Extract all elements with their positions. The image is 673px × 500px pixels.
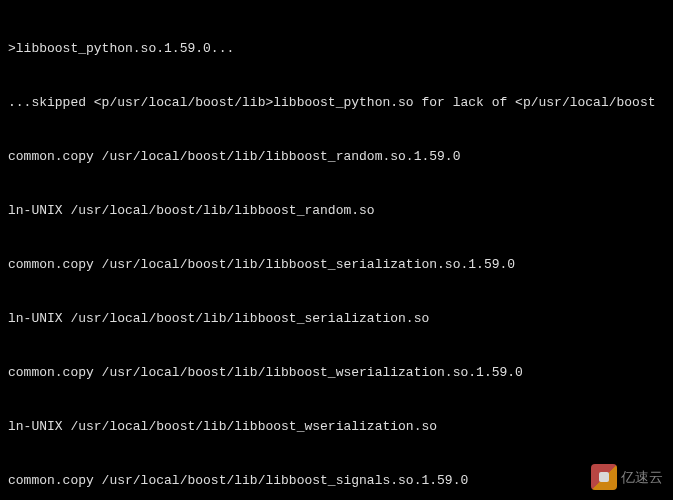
output-line: common.copy /usr/local/boost/lib/libboos… bbox=[8, 148, 665, 166]
watermark: 亿速云 bbox=[591, 464, 663, 490]
output-line: common.copy /usr/local/boost/lib/libboos… bbox=[8, 256, 665, 274]
output-line: ln-UNIX /usr/local/boost/lib/libboost_ws… bbox=[8, 418, 665, 436]
terminal-output[interactable]: >libboost_python.so.1.59.0... ...skipped… bbox=[8, 4, 665, 500]
watermark-logo-icon bbox=[591, 464, 617, 490]
output-line: ...skipped <p/usr/local/boost/lib>libboo… bbox=[8, 94, 665, 112]
output-line: ln-UNIX /usr/local/boost/lib/libboost_se… bbox=[8, 310, 665, 328]
output-line: common.copy /usr/local/boost/lib/libboos… bbox=[8, 364, 665, 382]
output-line: ln-UNIX /usr/local/boost/lib/libboost_ra… bbox=[8, 202, 665, 220]
watermark-text: 亿速云 bbox=[621, 468, 663, 486]
output-line: >libboost_python.so.1.59.0... bbox=[8, 40, 665, 58]
output-line: common.copy /usr/local/boost/lib/libboos… bbox=[8, 472, 665, 490]
